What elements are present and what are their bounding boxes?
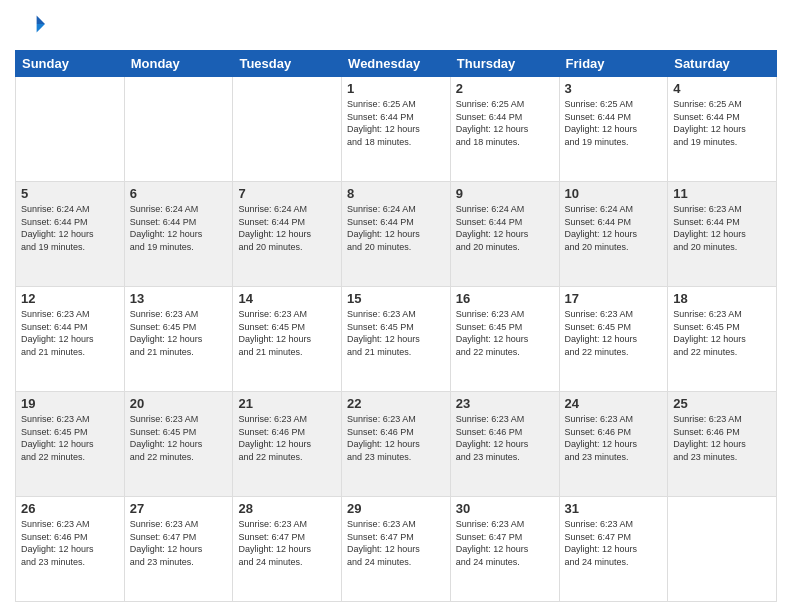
calendar-day-cell: 2Sunrise: 6:25 AM Sunset: 6:44 PM Daylig… [450, 77, 559, 182]
calendar-day-header: Tuesday [233, 51, 342, 77]
day-info: Sunrise: 6:25 AM Sunset: 6:44 PM Dayligh… [347, 98, 445, 148]
day-info: Sunrise: 6:23 AM Sunset: 6:44 PM Dayligh… [21, 308, 119, 358]
day-number: 18 [673, 291, 771, 306]
calendar-day-cell: 7Sunrise: 6:24 AM Sunset: 6:44 PM Daylig… [233, 182, 342, 287]
day-number: 26 [21, 501, 119, 516]
page: SundayMondayTuesdayWednesdayThursdayFrid… [0, 0, 792, 612]
calendar-day-cell: 6Sunrise: 6:24 AM Sunset: 6:44 PM Daylig… [124, 182, 233, 287]
calendar-day-cell [16, 77, 125, 182]
day-number: 28 [238, 501, 336, 516]
day-info: Sunrise: 6:23 AM Sunset: 6:46 PM Dayligh… [673, 413, 771, 463]
calendar-day-header: Wednesday [342, 51, 451, 77]
day-info: Sunrise: 6:23 AM Sunset: 6:47 PM Dayligh… [456, 518, 554, 568]
calendar-week-row: 5Sunrise: 6:24 AM Sunset: 6:44 PM Daylig… [16, 182, 777, 287]
calendar-day-cell: 4Sunrise: 6:25 AM Sunset: 6:44 PM Daylig… [668, 77, 777, 182]
calendar-day-cell: 5Sunrise: 6:24 AM Sunset: 6:44 PM Daylig… [16, 182, 125, 287]
day-number: 16 [456, 291, 554, 306]
day-number: 11 [673, 186, 771, 201]
logo [15, 10, 45, 42]
day-info: Sunrise: 6:24 AM Sunset: 6:44 PM Dayligh… [565, 203, 663, 253]
calendar-day-cell: 16Sunrise: 6:23 AM Sunset: 6:45 PM Dayli… [450, 287, 559, 392]
day-info: Sunrise: 6:23 AM Sunset: 6:47 PM Dayligh… [130, 518, 228, 568]
calendar-week-row: 19Sunrise: 6:23 AM Sunset: 6:45 PM Dayli… [16, 392, 777, 497]
day-number: 12 [21, 291, 119, 306]
calendar-day-header: Sunday [16, 51, 125, 77]
calendar-day-cell: 11Sunrise: 6:23 AM Sunset: 6:44 PM Dayli… [668, 182, 777, 287]
day-info: Sunrise: 6:23 AM Sunset: 6:47 PM Dayligh… [347, 518, 445, 568]
calendar-day-cell: 3Sunrise: 6:25 AM Sunset: 6:44 PM Daylig… [559, 77, 668, 182]
day-info: Sunrise: 6:23 AM Sunset: 6:45 PM Dayligh… [238, 308, 336, 358]
day-number: 25 [673, 396, 771, 411]
day-number: 17 [565, 291, 663, 306]
day-info: Sunrise: 6:23 AM Sunset: 6:47 PM Dayligh… [238, 518, 336, 568]
day-info: Sunrise: 6:23 AM Sunset: 6:45 PM Dayligh… [456, 308, 554, 358]
header [15, 10, 777, 42]
day-info: Sunrise: 6:23 AM Sunset: 6:46 PM Dayligh… [347, 413, 445, 463]
calendar-day-cell: 13Sunrise: 6:23 AM Sunset: 6:45 PM Dayli… [124, 287, 233, 392]
day-number: 21 [238, 396, 336, 411]
calendar-table: SundayMondayTuesdayWednesdayThursdayFrid… [15, 50, 777, 602]
day-number: 9 [456, 186, 554, 201]
day-number: 27 [130, 501, 228, 516]
day-info: Sunrise: 6:23 AM Sunset: 6:45 PM Dayligh… [130, 308, 228, 358]
day-info: Sunrise: 6:25 AM Sunset: 6:44 PM Dayligh… [673, 98, 771, 148]
calendar-day-cell: 26Sunrise: 6:23 AM Sunset: 6:46 PM Dayli… [16, 497, 125, 602]
calendar-week-row: 12Sunrise: 6:23 AM Sunset: 6:44 PM Dayli… [16, 287, 777, 392]
calendar-day-cell: 10Sunrise: 6:24 AM Sunset: 6:44 PM Dayli… [559, 182, 668, 287]
day-number: 14 [238, 291, 336, 306]
calendar-week-row: 1Sunrise: 6:25 AM Sunset: 6:44 PM Daylig… [16, 77, 777, 182]
calendar-day-cell [233, 77, 342, 182]
day-number: 24 [565, 396, 663, 411]
calendar-day-cell: 12Sunrise: 6:23 AM Sunset: 6:44 PM Dayli… [16, 287, 125, 392]
day-number: 8 [347, 186, 445, 201]
calendar-day-cell: 18Sunrise: 6:23 AM Sunset: 6:45 PM Dayli… [668, 287, 777, 392]
calendar-day-cell: 23Sunrise: 6:23 AM Sunset: 6:46 PM Dayli… [450, 392, 559, 497]
calendar-day-cell: 21Sunrise: 6:23 AM Sunset: 6:46 PM Dayli… [233, 392, 342, 497]
calendar-day-cell: 22Sunrise: 6:23 AM Sunset: 6:46 PM Dayli… [342, 392, 451, 497]
day-number: 31 [565, 501, 663, 516]
calendar-header-row: SundayMondayTuesdayWednesdayThursdayFrid… [16, 51, 777, 77]
day-info: Sunrise: 6:23 AM Sunset: 6:45 PM Dayligh… [21, 413, 119, 463]
svg-marker-0 [37, 16, 45, 24]
day-info: Sunrise: 6:23 AM Sunset: 6:46 PM Dayligh… [456, 413, 554, 463]
day-info: Sunrise: 6:24 AM Sunset: 6:44 PM Dayligh… [238, 203, 336, 253]
day-info: Sunrise: 6:25 AM Sunset: 6:44 PM Dayligh… [565, 98, 663, 148]
day-info: Sunrise: 6:24 AM Sunset: 6:44 PM Dayligh… [130, 203, 228, 253]
calendar-day-cell: 9Sunrise: 6:24 AM Sunset: 6:44 PM Daylig… [450, 182, 559, 287]
day-number: 7 [238, 186, 336, 201]
calendar-day-cell: 24Sunrise: 6:23 AM Sunset: 6:46 PM Dayli… [559, 392, 668, 497]
day-number: 4 [673, 81, 771, 96]
day-number: 19 [21, 396, 119, 411]
calendar-day-cell: 20Sunrise: 6:23 AM Sunset: 6:45 PM Dayli… [124, 392, 233, 497]
calendar-day-header: Friday [559, 51, 668, 77]
day-number: 10 [565, 186, 663, 201]
day-info: Sunrise: 6:24 AM Sunset: 6:44 PM Dayligh… [21, 203, 119, 253]
day-number: 15 [347, 291, 445, 306]
day-number: 23 [456, 396, 554, 411]
calendar-day-cell: 8Sunrise: 6:24 AM Sunset: 6:44 PM Daylig… [342, 182, 451, 287]
day-info: Sunrise: 6:23 AM Sunset: 6:46 PM Dayligh… [238, 413, 336, 463]
calendar-day-cell: 28Sunrise: 6:23 AM Sunset: 6:47 PM Dayli… [233, 497, 342, 602]
svg-marker-1 [37, 24, 45, 32]
day-number: 29 [347, 501, 445, 516]
day-number: 13 [130, 291, 228, 306]
day-info: Sunrise: 6:23 AM Sunset: 6:44 PM Dayligh… [673, 203, 771, 253]
calendar-day-cell: 15Sunrise: 6:23 AM Sunset: 6:45 PM Dayli… [342, 287, 451, 392]
day-info: Sunrise: 6:23 AM Sunset: 6:45 PM Dayligh… [673, 308, 771, 358]
day-number: 1 [347, 81, 445, 96]
calendar-day-cell: 31Sunrise: 6:23 AM Sunset: 6:47 PM Dayli… [559, 497, 668, 602]
day-info: Sunrise: 6:23 AM Sunset: 6:45 PM Dayligh… [130, 413, 228, 463]
day-number: 3 [565, 81, 663, 96]
calendar-day-header: Saturday [668, 51, 777, 77]
day-number: 5 [21, 186, 119, 201]
calendar-day-header: Monday [124, 51, 233, 77]
day-info: Sunrise: 6:24 AM Sunset: 6:44 PM Dayligh… [456, 203, 554, 253]
day-info: Sunrise: 6:23 AM Sunset: 6:47 PM Dayligh… [565, 518, 663, 568]
calendar-day-cell: 25Sunrise: 6:23 AM Sunset: 6:46 PM Dayli… [668, 392, 777, 497]
calendar-day-cell [668, 497, 777, 602]
logo-icon [17, 10, 45, 38]
day-info: Sunrise: 6:25 AM Sunset: 6:44 PM Dayligh… [456, 98, 554, 148]
day-info: Sunrise: 6:23 AM Sunset: 6:45 PM Dayligh… [347, 308, 445, 358]
calendar-day-cell [124, 77, 233, 182]
day-number: 2 [456, 81, 554, 96]
